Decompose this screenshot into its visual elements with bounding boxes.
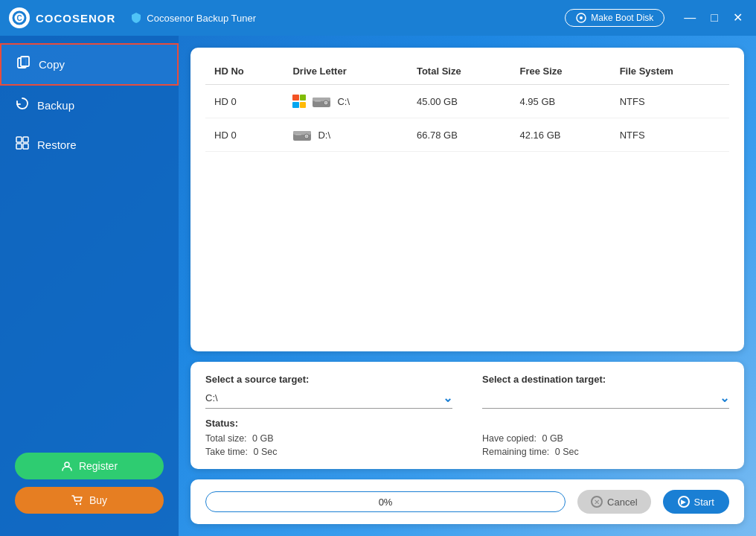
status-title: Status:: [205, 418, 729, 429]
destination-target-select[interactable]: ⌄: [482, 391, 729, 409]
backup-icon: [15, 96, 30, 115]
windows-logo-icon: [292, 95, 306, 108]
col-hd-no: HD No: [205, 60, 284, 85]
drive-letter-d: D:\: [284, 118, 408, 152]
svg-rect-6: [21, 57, 29, 66]
svg-point-22: [306, 135, 307, 137]
svg-rect-9: [16, 144, 22, 149]
sidebar-restore-label: Restore: [37, 138, 77, 151]
fs-c: NTFS: [611, 85, 729, 118]
total-size-val: 0 GB: [252, 433, 274, 444]
status-section: Status: Total size: 0 GB Take time: 0 Se…: [205, 418, 729, 457]
buy-button[interactable]: Buy: [15, 487, 164, 514]
have-copied-val: 0 GB: [542, 433, 563, 444]
col-free-size: Free Size: [510, 60, 610, 85]
svg-rect-23: [295, 134, 301, 135]
sidebar-item-copy[interactable]: Copy: [0, 43, 179, 86]
remaining-time-label: Remaining time:: [482, 447, 549, 457]
progress-bar-container: 0%: [205, 491, 566, 512]
logo-area: C COCOSENOR: [9, 7, 115, 28]
svg-point-11: [65, 462, 69, 467]
status-col-left: Total size: 0 GB Take time: 0 Sec: [205, 433, 452, 457]
minimize-button[interactable]: —: [679, 10, 700, 25]
table-row[interactable]: HD 0 D:: [205, 118, 729, 152]
svg-point-13: [80, 503, 81, 505]
start-label: Start: [694, 497, 714, 508]
table-row[interactable]: HD 0: [205, 85, 729, 118]
free-size-d: 42.16 GB: [510, 118, 610, 152]
shield-icon: [130, 12, 142, 24]
drive-c-letter: C:\: [337, 96, 350, 107]
total-size-d: 66.78 GB: [408, 118, 511, 152]
col-total-size: Total Size: [408, 60, 511, 85]
cancel-button[interactable]: ✕ Cancel: [577, 490, 650, 514]
logo-icon: C: [9, 7, 30, 28]
register-button[interactable]: Register: [15, 453, 164, 479]
sidebar-backup-label: Backup: [37, 99, 74, 112]
have-copied-label: Have copied:: [482, 433, 536, 444]
progress-panel: 0% ✕ Cancel ▶ Start: [190, 479, 744, 524]
svg-point-17: [325, 102, 327, 103]
drive-table-panel: HD No Drive Letter Total Size Free Size …: [190, 48, 744, 351]
progress-text: 0%: [379, 497, 393, 508]
destination-chevron-icon: ⌄: [720, 391, 729, 405]
svg-rect-8: [23, 137, 28, 142]
target-row: Select a source target: C:\ ⌄ Select a d…: [205, 374, 729, 409]
drive-d-disk-icon: [292, 127, 312, 142]
status-col-right: Have copied: 0 GB Remaining time: 0 Sec: [482, 433, 729, 457]
total-size-status: Total size: 0 GB: [205, 433, 452, 444]
logo-text: COCOSENOR: [36, 12, 115, 25]
sidebar-copy-label: Copy: [39, 58, 65, 71]
source-target-select[interactable]: C:\ ⌄: [205, 391, 452, 409]
cancel-icon: ✕: [591, 496, 603, 508]
window-controls: — □ ✕: [679, 10, 747, 25]
source-chevron-icon: ⌄: [443, 391, 452, 405]
sidebar-item-restore[interactable]: Restore: [0, 125, 179, 165]
svg-text:C: C: [16, 14, 22, 22]
free-size-c: 4.95 GB: [510, 85, 610, 118]
source-target-value: C:\: [205, 392, 443, 403]
target-panel: Select a source target: C:\ ⌄ Select a d…: [190, 362, 744, 469]
start-icon: ▶: [678, 496, 690, 508]
maximize-button[interactable]: □: [706, 10, 723, 25]
svg-rect-7: [16, 137, 22, 142]
drive-letter-c: C:\: [284, 85, 408, 118]
hd-no-d: HD 0: [205, 118, 284, 152]
col-file-system: File System: [611, 60, 729, 85]
drive-d-letter: D:\: [318, 130, 330, 141]
main-area: Copy Backup: [0, 36, 756, 536]
svg-point-12: [76, 503, 77, 505]
col-drive-letter: Drive Letter: [284, 60, 408, 85]
remaining-time-val: 0 Sec: [555, 447, 579, 457]
drive-table: HD No Drive Letter Total Size Free Size …: [205, 60, 729, 152]
sidebar-bottom: Register Buy: [0, 438, 179, 529]
take-time-label: Take time:: [205, 447, 248, 457]
close-button[interactable]: ✕: [728, 10, 747, 25]
svg-point-4: [580, 16, 583, 19]
register-icon: [61, 460, 73, 472]
sidebar-item-backup[interactable]: Backup: [0, 86, 179, 125]
cart-icon: [71, 494, 83, 506]
drive-c-disk-icon: [312, 94, 331, 109]
copy-icon: [16, 55, 31, 74]
svg-rect-18: [315, 100, 321, 102]
start-button[interactable]: ▶ Start: [663, 490, 729, 514]
fs-d: NTFS: [611, 118, 729, 152]
destination-target-label: Select a destination target:: [482, 374, 729, 385]
source-target-group: Select a source target: C:\ ⌄: [205, 374, 452, 409]
svg-rect-10: [23, 144, 28, 149]
restore-icon: [15, 135, 30, 154]
title-controls: Make Boot Disk — □ ✕: [565, 9, 747, 27]
make-boot-disk-button[interactable]: Make Boot Disk: [565, 9, 664, 27]
status-row: Total size: 0 GB Take time: 0 Sec Have c…: [205, 433, 729, 457]
make-boot-disk-label: Make Boot Disk: [591, 13, 653, 23]
remaining-time-status: Remaining time: 0 Sec: [482, 447, 729, 457]
take-time-val: 0 Sec: [253, 447, 277, 457]
hd-no-c: HD 0: [205, 85, 284, 118]
buy-label: Buy: [89, 494, 107, 506]
cancel-label: Cancel: [607, 497, 637, 508]
content-area: HD No Drive Letter Total Size Free Size …: [179, 36, 756, 536]
destination-target-group: Select a destination target: ⌄: [482, 374, 729, 409]
app-title-area: Cocosenor Backup Tuner: [130, 12, 256, 24]
have-copied-status: Have copied: 0 GB: [482, 433, 729, 444]
